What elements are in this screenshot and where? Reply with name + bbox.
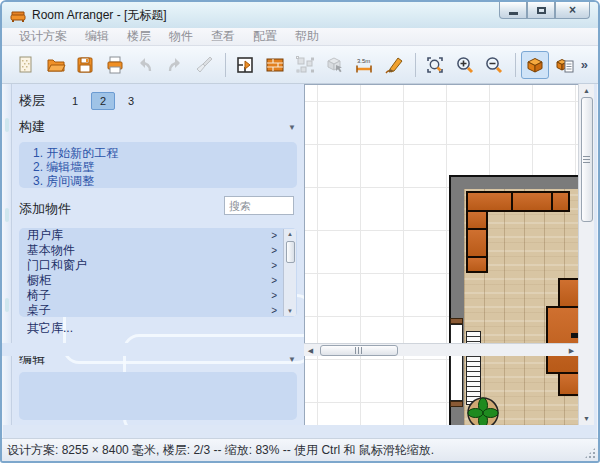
collapse-triangle-icon[interactable]: ▼ — [288, 123, 296, 132]
floor-plan-button[interactable] — [231, 51, 259, 79]
scroll-down-icon[interactable]: ▼ — [579, 412, 594, 425]
plant[interactable] — [466, 396, 500, 425]
group-objects-button[interactable] — [291, 51, 319, 79]
scroll-up-icon[interactable]: ▲ — [287, 229, 293, 239]
cabinet[interactable] — [466, 256, 488, 273]
menu-help[interactable]: 帮助 — [286, 28, 328, 45]
resize-grip[interactable] — [584, 447, 596, 459]
zoom-fit-button[interactable] — [421, 51, 449, 79]
measure-button[interactable]: 3.5m — [350, 51, 378, 79]
library-item-doors-windows[interactable]: 门口和窗户> — [19, 258, 283, 273]
toolbar: 3.5m » — [2, 46, 598, 84]
vertical-scrollbar-thumb[interactable] — [581, 97, 593, 222]
pencil-icon — [384, 55, 404, 75]
paint-brush-icon — [194, 55, 214, 75]
library-item-tables[interactable]: 桌子> — [19, 303, 283, 317]
scroll-up-icon[interactable]: ▲ — [579, 84, 594, 97]
horizontal-scrollbar-thumb[interactable] — [320, 345, 398, 356]
undo-button[interactable] — [131, 51, 159, 79]
cabinet[interactable] — [466, 228, 488, 258]
brick-wall-icon — [265, 55, 285, 75]
measure-ruler-icon: 3.5m — [354, 55, 374, 75]
zoom-in-button[interactable] — [451, 51, 479, 79]
app-window: Room Arranger - [无标题] × 设计方案 编辑 楼层 物件 查看… — [0, 0, 600, 463]
cabinet[interactable] — [551, 191, 570, 212]
status-bar: 设计方案: 8255 × 8400 毫米, 楼层: 2/3 -- 缩放: 83%… — [2, 438, 598, 461]
library-item-cabinets[interactable]: 橱柜> — [19, 273, 283, 288]
redo-icon — [165, 55, 185, 75]
svg-text:3.5m: 3.5m — [357, 58, 370, 64]
floor-button-1[interactable]: 1 — [63, 92, 87, 110]
plant-icon — [466, 396, 500, 425]
object-list-icon — [555, 55, 575, 75]
redo-button[interactable] — [161, 51, 189, 79]
object-properties-button[interactable] — [551, 51, 579, 79]
toolbar-separator — [515, 53, 516, 77]
library-scrollbar[interactable]: ▲ ▼ — [283, 229, 296, 316]
format-brush-button[interactable] — [191, 51, 219, 79]
minimize-button[interactable] — [499, 2, 527, 19]
menu-options[interactable]: 配置 — [244, 28, 286, 45]
save-floppy-icon — [75, 55, 95, 75]
build-section-header[interactable]: 构建 ▼ — [19, 118, 296, 136]
step-new-project[interactable]: 1. 开始新的工程 — [33, 146, 297, 160]
scroll-left-icon[interactable]: ◀ — [304, 344, 317, 356]
horizontal-scrollbar[interactable]: ◀ ▶ — [304, 343, 578, 356]
new-project-button[interactable] — [12, 51, 40, 79]
library-list: 用户库> 基本物件> 门口和窗户> 橱柜> 椅子> 桌子> ▲ ▼ — [19, 228, 297, 317]
zoom-out-icon — [484, 55, 504, 75]
floor-button-2[interactable]: 2 — [91, 92, 115, 110]
build-header-label: 构建 — [19, 118, 45, 136]
chair[interactable] — [558, 372, 578, 396]
add-objects-label: 添加物件 — [19, 200, 71, 218]
floor-button-3[interactable]: 3 — [119, 92, 143, 110]
wall-window[interactable] — [450, 324, 463, 401]
menu-design[interactable]: 设计方案 — [10, 28, 76, 45]
draw-button[interactable] — [380, 51, 408, 79]
cabinet[interactable] — [511, 191, 553, 212]
menu-bar: 设计方案 编辑 楼层 物件 查看 配置 帮助 — [2, 28, 598, 46]
cabinet[interactable] — [466, 191, 513, 212]
library-item-user[interactable]: 用户库> — [19, 228, 283, 243]
chevron-right-icon: > — [271, 245, 277, 256]
chair[interactable] — [558, 278, 578, 308]
zoom-out-button[interactable] — [480, 51, 508, 79]
app-logo-sofa-icon — [10, 9, 26, 22]
menu-objects[interactable]: 物件 — [160, 28, 202, 45]
toolbar-overflow-chevron[interactable]: » — [581, 57, 588, 72]
step-room-adjust[interactable]: 3. 房间调整 — [33, 174, 297, 188]
floor-selector: 楼层 1 2 3 — [19, 92, 143, 110]
sidebar-panel: 楼层 1 2 3 构建 ▼ 1. 开始新的工程 2. 编辑墙壁 3. 房间调整 … — [13, 84, 304, 425]
undo-icon — [135, 55, 155, 75]
open-folder-icon — [46, 55, 66, 75]
vertical-scrollbar[interactable]: ▲ ▼ — [578, 84, 594, 425]
wall-tool-button[interactable] — [261, 51, 289, 79]
open-button[interactable] — [42, 51, 70, 79]
maximize-button[interactable] — [527, 2, 555, 19]
print-button[interactable] — [101, 51, 129, 79]
toolbar-separator — [225, 53, 226, 77]
scroll-down-icon[interactable]: ▼ — [287, 306, 293, 316]
panel-splitter[interactable] — [2, 84, 12, 425]
menu-view[interactable]: 查看 — [202, 28, 244, 45]
save-button[interactable] — [72, 51, 100, 79]
minimize-icon — [509, 12, 518, 15]
library-scrollbar-thumb[interactable] — [286, 241, 295, 263]
close-button[interactable]: × — [555, 2, 590, 19]
pick-object-button[interactable] — [321, 51, 349, 79]
cabinet[interactable] — [466, 210, 488, 230]
view-3d-button[interactable] — [521, 51, 549, 79]
window-sill[interactable] — [450, 401, 463, 407]
table[interactable] — [546, 306, 578, 374]
step-edit-walls[interactable]: 2. 编辑墙壁 — [33, 160, 297, 174]
library-item-basic[interactable]: 基本物件> — [19, 243, 283, 258]
chevron-right-icon: > — [271, 260, 277, 271]
menu-edit[interactable]: 编辑 — [76, 28, 118, 45]
other-libraries-link[interactable]: 其它库... — [27, 320, 73, 337]
search-input[interactable] — [224, 196, 294, 215]
floorplan-canvas[interactable] — [304, 84, 578, 425]
group-objects-icon — [295, 55, 315, 75]
library-item-chairs[interactable]: 椅子> — [19, 288, 283, 303]
scroll-right-icon[interactable]: ▶ — [565, 344, 578, 356]
menu-floors[interactable]: 楼层 — [118, 28, 160, 45]
